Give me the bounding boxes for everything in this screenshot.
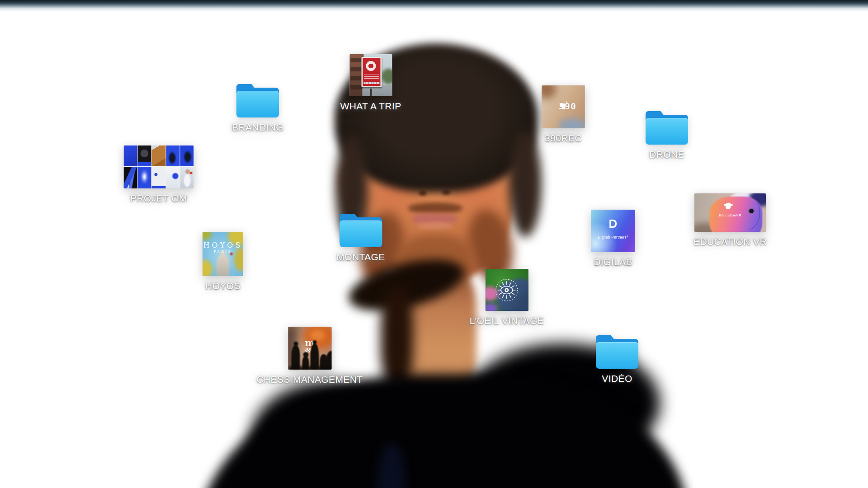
item-label: PROJET OM	[130, 193, 187, 203]
folder-icon	[596, 335, 638, 369]
desktop-item-loeil-vintage[interactable]: L’OEIL VINTAGE	[470, 269, 544, 325]
desktop: WHAT A TRIP BRANDING 390® 390REC DRONE	[0, 0, 868, 488]
item-label: DIGILAB	[594, 257, 632, 267]
vintage-eye-thumbnail	[485, 269, 528, 311]
vr-headset-thumbnail: EducationVR	[694, 193, 766, 232]
top-edge-bar	[0, 0, 868, 12]
item-label: VIDÉO	[602, 374, 632, 383]
desktop-item-education-vr[interactable]: EducationVR EDUCATION VR	[693, 193, 767, 246]
folder-icon	[340, 214, 382, 247]
folder-icon	[236, 84, 279, 117]
desktop-item-hoyos[interactable]: HOYOS PARIS HOYOS	[203, 232, 243, 291]
item-label: L’OEIL VINTAGE	[470, 316, 544, 325]
desktop-item-390rec[interactable]: 390® 390REC	[542, 85, 585, 143]
poster-collage-thumbnail	[124, 145, 194, 188]
desktop-item-what-a-trip[interactable]: WHAT A TRIP	[340, 54, 401, 111]
item-label: 390REC	[545, 133, 582, 143]
item-label: BRANDING	[232, 122, 283, 132]
item-label: DRONE	[649, 150, 684, 159]
item-label: HOYOS	[205, 281, 241, 291]
chess-pieces-thumbnail: m	[288, 327, 331, 370]
desktop-item-projet-om[interactable]: PROJET OM	[124, 145, 194, 203]
street-poster-thumbnail	[349, 54, 392, 96]
item-label: WHAT A TRIP	[340, 101, 401, 111]
desktop-item-digilab[interactable]: D Digilab Partners° DIGILAB	[591, 210, 635, 267]
390-logo-thumbnail: 390®	[542, 85, 585, 128]
desktop-item-video[interactable]: VIDÉO	[596, 335, 638, 383]
folder-icon	[646, 111, 688, 145]
digilab-d-logo: D	[591, 218, 635, 230]
desktop-item-montage[interactable]: MONTAGE	[336, 214, 385, 262]
gradient-logo-thumbnail: D Digilab Partners°	[591, 210, 635, 252]
item-label: MONTAGE	[336, 252, 385, 262]
desktop-item-drone[interactable]: DRONE	[646, 111, 688, 159]
eye-sunburst-logo	[494, 277, 519, 303]
album-cover-thumbnail: HOYOS PARIS	[203, 232, 243, 276]
desktop-item-chess-management[interactable]: m CHESS MANAGEMENT	[256, 327, 363, 384]
item-label: CHESS MANAGEMENT	[256, 375, 363, 384]
item-label: EDUCATION VR	[693, 237, 767, 246]
desktop-item-branding[interactable]: BRANDING	[232, 84, 283, 132]
